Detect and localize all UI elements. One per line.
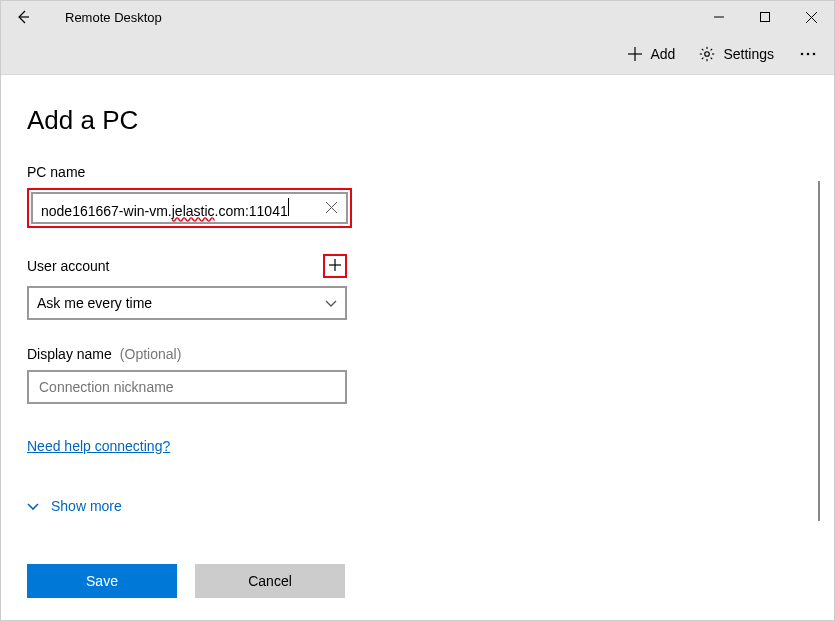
pc-name-label: PC name	[27, 164, 834, 180]
maximize-button[interactable]	[742, 1, 788, 33]
display-name-optional: (Optional)	[120, 346, 181, 362]
add-user-highlight	[323, 254, 347, 278]
gear-icon	[699, 46, 715, 62]
ellipsis-icon	[800, 52, 816, 56]
save-button[interactable]: Save	[27, 564, 177, 598]
clear-input-button[interactable]	[320, 197, 342, 219]
text-caret	[288, 198, 289, 216]
title-bar: Remote Desktop	[1, 1, 834, 33]
user-account-select[interactable]: Ask me every time	[27, 286, 347, 320]
pc-name-value: node161667-win-vm.jelastic.com:11041	[41, 198, 289, 219]
show-more-toggle[interactable]: Show more	[27, 498, 834, 514]
svg-point-18	[813, 52, 816, 55]
chevron-down-icon	[325, 295, 337, 311]
page-heading: Add a PC	[27, 105, 834, 136]
close-button[interactable]	[788, 1, 834, 33]
minimize-button[interactable]	[696, 1, 742, 33]
svg-line-13	[711, 57, 713, 59]
add-user-button[interactable]	[326, 257, 344, 275]
svg-point-16	[801, 52, 804, 55]
svg-point-17	[807, 52, 810, 55]
toolbar: Add Settings	[1, 33, 834, 75]
settings-label: Settings	[723, 46, 774, 62]
window-title: Remote Desktop	[65, 10, 162, 25]
plus-icon	[328, 258, 342, 275]
pc-name-input-wrap[interactable]: node161667-win-vm.jelastic.com:11041	[31, 192, 348, 224]
dialog-buttons: Save Cancel	[27, 564, 345, 598]
add-label: Add	[650, 46, 675, 62]
pc-name-highlight: node161667-win-vm.jelastic.com:11041	[27, 188, 352, 228]
cancel-button[interactable]: Cancel	[195, 564, 345, 598]
svg-point-7	[705, 51, 710, 56]
content-area: Add a PC PC name node161667-win-vm.jelas…	[1, 75, 834, 620]
plus-icon	[628, 47, 642, 61]
user-account-field: User account Ask me every time	[27, 254, 834, 320]
scrollbar[interactable]	[818, 181, 820, 521]
settings-button[interactable]: Settings	[689, 40, 784, 68]
svg-rect-2	[761, 13, 770, 22]
add-button[interactable]: Add	[618, 40, 685, 68]
display-name-label: Display name	[27, 346, 112, 362]
help-link[interactable]: Need help connecting?	[27, 438, 170, 454]
user-account-label: User account	[27, 258, 109, 274]
display-name-field: Display name (Optional)	[27, 346, 834, 404]
back-button[interactable]	[9, 3, 37, 31]
pc-name-field: PC name node161667-win-vm.jelastic.com:1…	[27, 164, 834, 228]
close-icon	[326, 200, 337, 216]
chevron-down-icon	[27, 498, 39, 514]
svg-line-15	[702, 57, 704, 59]
svg-line-12	[702, 48, 704, 50]
more-button[interactable]	[788, 46, 828, 62]
display-name-text[interactable]	[37, 378, 337, 396]
user-account-selected-value: Ask me every time	[37, 295, 152, 311]
svg-line-14	[711, 48, 713, 50]
show-more-label: Show more	[51, 498, 122, 514]
display-name-input[interactable]	[27, 370, 347, 404]
window-controls	[696, 1, 834, 33]
